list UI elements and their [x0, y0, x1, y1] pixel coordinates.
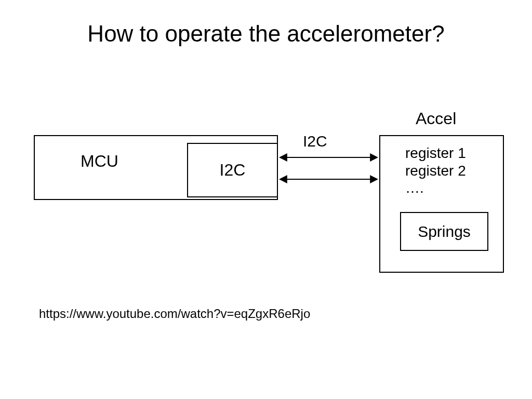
- mcu-i2c-label: I2C: [220, 161, 246, 180]
- accel-title: Accel: [416, 109, 456, 128]
- slide-title: How to operate the accelerometer?: [0, 21, 532, 47]
- slide-canvas: How to operate the accelerometer? MCU I2…: [0, 0, 532, 399]
- accel-register-list: register 1 register 2 ….: [405, 144, 466, 197]
- mcu-label: MCU: [81, 152, 118, 171]
- register-line: ….: [405, 179, 466, 197]
- footer-link: https://www.youtube.com/watch?v=eqZgxR6e…: [39, 307, 310, 321]
- springs-label: Springs: [418, 223, 471, 241]
- accel-springs-block: Springs: [400, 212, 488, 251]
- mcu-i2c-subblock: I2C: [187, 143, 278, 197]
- register-line: register 2: [405, 162, 466, 180]
- register-line: register 1: [405, 144, 466, 162]
- bus-label: I2C: [303, 132, 327, 150]
